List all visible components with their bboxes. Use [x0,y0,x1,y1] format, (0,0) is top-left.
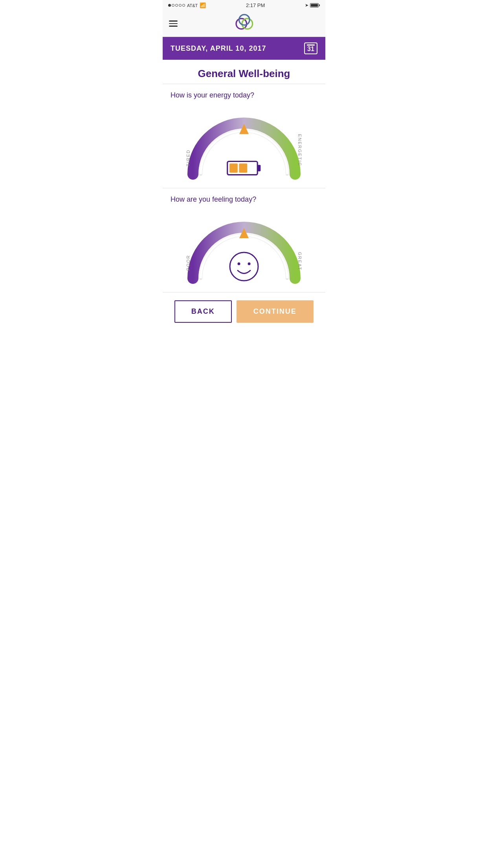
battery-tip [319,4,320,6]
energy-gauge-wrap[interactable]: TIRED ENERGETIC [181,107,307,182]
calendar-day: 31 [307,46,314,52]
status-bar: AT&T 📶 2:17 PM ➤ [163,0,325,11]
signal-dot-1 [168,4,171,7]
signal-dot-2 [172,4,174,7]
battery-gauge-svg [226,158,262,178]
energy-question: How is your energy today? [171,91,317,99]
location-icon: ➤ [305,3,308,8]
main-content: General Well-being How is your energy to… [163,60,325,335]
signal-dot-5 [182,4,185,7]
battery-body [310,3,319,7]
energy-center-icon [226,158,262,178]
hamburger-menu[interactable] [169,20,178,27]
back-button[interactable]: BACK [174,300,232,323]
svg-rect-5 [257,165,261,171]
calendar-icon[interactable]: 31 [304,42,317,54]
carrier-label: AT&T [187,3,198,8]
hamburger-line-2 [169,23,178,24]
page-title: General Well-being [163,60,325,84]
feeling-gauge-wrap[interactable]: POOR GREAT [181,211,307,286]
feeling-question: How are you feeling today? [171,195,317,204]
signal-dots [168,4,185,7]
date-text: TUESDAY, APRIL 10, 2017 [171,44,266,53]
date-header: TUESDAY, APRIL 10, 2017 31 [163,37,325,60]
signal-dot-4 [179,4,182,7]
feeling-section: How are you feeling today? [163,188,325,292]
signal-dot-3 [175,4,178,7]
hamburger-line-3 [169,26,178,27]
status-right: ➤ [305,3,320,8]
energy-section: How is your energy today? [163,84,325,188]
svg-point-10 [238,263,240,265]
energy-label-right: ENERGETIC [297,134,302,166]
svg-point-11 [248,263,251,265]
status-left: AT&T 📶 [168,2,206,8]
bottom-buttons: BACK CONTINUE [163,292,325,335]
feeling-label-left: POOR [186,255,191,270]
hamburger-line-1 [169,20,178,22]
battery-status-bar [310,3,320,7]
status-time: 2:17 PM [246,2,265,8]
svg-point-9 [230,252,258,281]
energy-gauge-container[interactable]: TIRED ENERGETIC [171,103,317,184]
continue-button[interactable]: CONTINUE [237,300,314,323]
feeling-gauge-container[interactable]: POOR GREAT [171,208,317,288]
smiley-gauge-svg [228,251,260,282]
feeling-center-icon [228,251,260,282]
energy-label-left: TIRED [186,149,191,166]
nav-bar [163,11,325,37]
app-logo [234,14,254,33]
logo-svg [234,14,254,33]
svg-rect-6 [229,164,238,173]
svg-rect-7 [239,164,247,173]
battery-fill [311,4,318,7]
wifi-icon: 📶 [200,2,206,8]
feeling-label-right: GREAT [297,252,302,270]
